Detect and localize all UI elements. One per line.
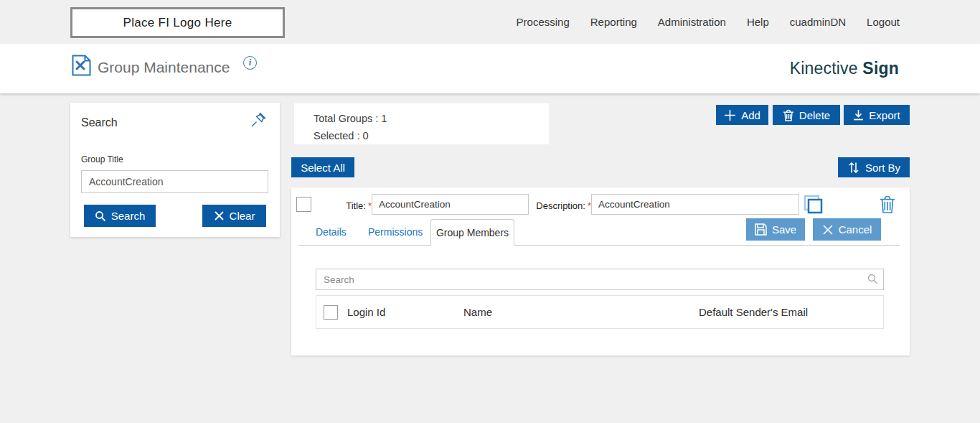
- plus-icon: [724, 109, 736, 121]
- fi-logo-placeholder: Place FI Logo Here: [70, 7, 285, 38]
- search-icon[interactable]: [867, 274, 878, 287]
- summary-box: Total Groups : 1 Selected : 0: [294, 103, 549, 144]
- nav-processing[interactable]: Processing: [517, 16, 570, 28]
- group-title-input[interactable]: [81, 170, 268, 193]
- group-row-checkbox[interactable]: [296, 197, 311, 212]
- clear-button[interactable]: Clear: [202, 205, 266, 227]
- group-maintenance-page-icon: [72, 55, 91, 79]
- delete-button[interactable]: Delete: [773, 105, 840, 125]
- cancel-button-label: Cancel: [839, 223, 872, 236]
- row-delete-icon[interactable]: [880, 195, 895, 217]
- tab-group-members[interactable]: Group Members: [430, 219, 514, 246]
- delete-button-label: Delete: [799, 109, 830, 121]
- description-field-label: Description:*: [528, 200, 591, 211]
- select-all-button[interactable]: Select All: [291, 157, 354, 177]
- x-icon: [214, 210, 225, 221]
- search-button-label: Search: [111, 210, 146, 222]
- download-icon: [853, 109, 864, 121]
- members-search-input[interactable]: [316, 269, 884, 290]
- tab-details[interactable]: Details: [316, 226, 347, 238]
- select-all-label: Select All: [301, 162, 345, 174]
- search-button[interactable]: Search: [84, 205, 156, 227]
- add-button-label: Add: [741, 109, 760, 121]
- selected-count-text: Selected : 0: [314, 127, 549, 144]
- description-input[interactable]: [591, 194, 799, 215]
- sort-by-button[interactable]: Sort By: [838, 157, 910, 177]
- group-row-panel: Title:* Description:* Details Permission…: [291, 187, 910, 355]
- nav-help[interactable]: Help: [747, 16, 769, 28]
- pin-icon[interactable]: [250, 111, 267, 131]
- group-title-label: Group Title: [81, 154, 123, 164]
- sort-arrows-icon: [847, 162, 860, 174]
- members-table-header: Login Id Name Default Sender's Email: [316, 295, 884, 329]
- save-button[interactable]: Save: [746, 218, 805, 241]
- column-login-id[interactable]: Login Id: [347, 306, 385, 318]
- search-panel: Search Group Title Search Clear: [70, 103, 280, 237]
- nav-reporting[interactable]: Reporting: [590, 16, 637, 28]
- brand-name: Kinective: [790, 59, 858, 78]
- cancel-button[interactable]: Cancel: [813, 218, 881, 241]
- trash-icon: [783, 109, 794, 121]
- total-groups-text: Total Groups : 1: [314, 110, 549, 127]
- page-title: Group Maintenance: [98, 59, 230, 76]
- brand-logo: Kinective Sign: [790, 59, 899, 78]
- x-icon: [822, 224, 834, 236]
- sort-by-label: Sort By: [865, 162, 900, 174]
- tab-permissions[interactable]: Permissions: [368, 226, 423, 238]
- tab-divider: [298, 245, 900, 246]
- nav-user-cuadmindn[interactable]: cuadminDN: [790, 16, 846, 28]
- title-input[interactable]: [372, 194, 529, 215]
- add-button[interactable]: Add: [716, 105, 768, 125]
- clear-button-label: Clear: [230, 210, 255, 222]
- brand-product: Sign: [862, 59, 899, 78]
- save-button-label: Save: [772, 223, 796, 236]
- export-button-label: Export: [869, 109, 900, 121]
- export-button[interactable]: Export: [844, 105, 910, 125]
- save-icon: [755, 223, 767, 236]
- members-search: [316, 269, 884, 290]
- search-panel-title: Search: [81, 116, 118, 129]
- info-icon[interactable]: i: [243, 56, 257, 70]
- copy-icon[interactable]: [802, 194, 824, 218]
- search-icon: [95, 210, 106, 222]
- nav-logout[interactable]: Logout: [867, 16, 900, 28]
- column-default-senders-email[interactable]: Default Sender's Email: [699, 306, 808, 318]
- title-field-label: Title:*: [324, 200, 372, 211]
- nav-administration[interactable]: Administration: [658, 16, 726, 28]
- select-all-members-checkbox[interactable]: [324, 305, 338, 320]
- top-navigation: Processing Reporting Administration Help…: [517, 0, 900, 44]
- column-name[interactable]: Name: [463, 306, 492, 318]
